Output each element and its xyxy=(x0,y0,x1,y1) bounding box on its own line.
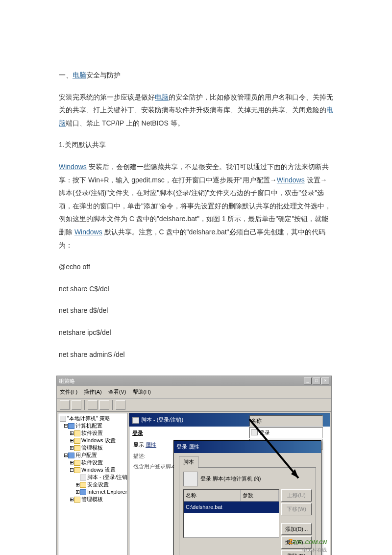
p1-link-1[interactable]: 电脑 xyxy=(155,93,169,101)
list-item-login[interactable]: 登录 xyxy=(249,427,323,438)
paragraph-1: 安装完系统的第一步应该是做好电脑的安全防护，比如修改管理员的用户名和口令、关掉无… xyxy=(59,91,333,130)
window-titlebar: 组策略 _ □ × xyxy=(57,376,331,386)
folder-icon xyxy=(74,460,80,466)
p2-link-1[interactable]: Windows xyxy=(59,163,87,171)
folder-icon xyxy=(74,430,80,436)
down-button[interactable]: 下移(W) xyxy=(281,503,312,515)
list-header: 名称 xyxy=(249,415,323,427)
code-line-2: net share C$/del xyxy=(59,282,333,296)
window-buttons: _ □ × xyxy=(304,378,329,384)
p1-text-c: 端口、禁止 TCP/IP 上的 NetBIOS 等。 xyxy=(66,119,184,127)
tree-item[interactable]: ⊟Windows 设置 xyxy=(60,466,126,474)
tree-label: 用户配置 xyxy=(75,452,97,458)
menu-bar: 文件(F) 操作(A) 查看(V) 帮助(H) xyxy=(57,386,331,399)
script-icon xyxy=(80,475,86,480)
tab-login[interactable]: 登录 xyxy=(132,430,143,436)
tree-item[interactable]: ⊞软件设置 xyxy=(60,429,126,437)
toolbar-forward-button[interactable] xyxy=(72,400,81,410)
gpedit-screenshot: 组策略 _ □ × 文件(F) 操作(A) 查看(V) 帮助(H) "本地计算机 xyxy=(56,376,332,555)
content-pane: 脚本 - (登录/注销) 登录 显示 属性 描述: 包含用户登录脚本。 名称 登… xyxy=(129,413,330,555)
p2-link-3[interactable]: Windows xyxy=(74,228,102,236)
tree-label: 安全设置 xyxy=(87,481,109,487)
list-label: 登录 xyxy=(259,428,270,438)
tree-label: 管理模板 xyxy=(81,445,103,451)
window-title: 组策略 xyxy=(59,376,75,386)
toolbar-help-button[interactable] xyxy=(116,400,125,410)
list-col-name: 名称 xyxy=(251,416,262,426)
p2-text-b: 设置→脚本(登录/注销)"文件夹，在对应"脚本(登录/注销)"文件夹右边的子窗口… xyxy=(59,176,331,236)
computer-icon xyxy=(68,423,74,429)
heading-link[interactable]: 电脑 xyxy=(73,71,86,79)
toolbar-separator xyxy=(112,400,113,410)
code-line-4: netshare ipc$/del xyxy=(59,326,333,339)
policy-icon xyxy=(60,416,66,422)
tree-item[interactable]: ⊟用户配置 xyxy=(60,452,126,459)
tree-item[interactable]: ⊞软件设置 xyxy=(60,459,126,466)
dialog-tab-script[interactable]: 脚本 xyxy=(179,456,198,468)
tree-label: Windows 设置 xyxy=(81,437,116,443)
tree-root[interactable]: "本地计算机" 策略 xyxy=(60,415,126,422)
tree-item[interactable]: ⊞管理模板 xyxy=(60,444,126,452)
folder-icon xyxy=(74,438,80,444)
col-name: 名称 xyxy=(184,490,241,501)
tree-item[interactable]: ⊟计算机配置 xyxy=(60,422,126,429)
menu-view[interactable]: 查看(V) xyxy=(108,389,126,395)
window-body: "本地计算机" 策略 ⊟计算机配置 ⊞软件设置 ⊞Windows 设置 ⊞管理模… xyxy=(57,412,331,555)
tree-label: "本地计算机" 策略 xyxy=(67,415,110,421)
watermark-brand: ZOL.COM.CN xyxy=(293,539,327,545)
scripts-table[interactable]: 名称 参数 C:\delshare.bat xyxy=(183,489,279,538)
p1-text-a: 安装完系统的第一步应该是做好 xyxy=(59,93,155,101)
paragraph-2: Windows 安装后，会创建一些隐藏共享，不是很安全。我们可以通过下面的方法来… xyxy=(59,160,333,252)
folder-icon xyxy=(74,445,80,451)
close-button[interactable]: × xyxy=(321,378,329,384)
toolbar-back-button[interactable] xyxy=(60,400,70,410)
dialog-title: 登录 属性 xyxy=(174,441,321,453)
nav-tree[interactable]: "本地计算机" 策略 ⊟计算机配置 ⊞软件设置 ⊞Windows 设置 ⊞管理模… xyxy=(58,413,128,555)
toolbar-refresh-button[interactable] xyxy=(88,400,98,410)
heading-prefix: 一、 xyxy=(59,71,73,79)
document-page: 一、电脑安全与防护 安装完系统的第一步应该是做好电脑的安全防护，比如修改管理员的… xyxy=(0,0,392,555)
dialog-script-icon xyxy=(183,472,198,486)
script-icon xyxy=(251,429,258,435)
tree-item[interactable]: ⊞Internet Explorer 维 xyxy=(60,488,126,496)
dialog-label: 登录 脚本(本地计算机 的) xyxy=(200,474,261,484)
tree-label: 脚本 - (登录/注销) xyxy=(87,474,128,480)
script-header-icon xyxy=(132,417,139,424)
tree-item-selected[interactable]: 脚本 - (登录/注销) xyxy=(60,474,126,481)
tree-item[interactable]: ⊞Windows 设置 xyxy=(60,437,126,444)
table-header: 名称 参数 xyxy=(184,490,279,502)
dialog-label-row: 登录 脚本(本地计算机 的) xyxy=(183,472,312,486)
minimize-button[interactable]: _ xyxy=(304,378,312,384)
toolbar-properties-button[interactable] xyxy=(99,400,109,410)
tree-item[interactable]: ⊞安全设置 xyxy=(60,481,126,488)
menu-help[interactable]: 帮助(H) xyxy=(133,389,151,395)
code-line-3: net share d$/del xyxy=(59,304,333,317)
content-header-text: 脚本 - (登录/注销) xyxy=(141,417,183,423)
col-param: 参数 xyxy=(241,490,279,501)
ie-icon xyxy=(80,489,86,495)
code-line-5: net share admin$ /del xyxy=(59,348,333,361)
folder-icon xyxy=(74,497,80,503)
menu-file[interactable]: 文件(F) xyxy=(60,389,77,395)
toolbar-separator xyxy=(84,400,85,410)
user-icon xyxy=(68,453,74,458)
tree-item[interactable]: ⊞管理模板 xyxy=(60,496,126,503)
properties-link[interactable]: 属性 xyxy=(146,442,156,448)
add-button[interactable]: 添加(D)... xyxy=(281,523,312,535)
tree-label: Windows 设置 xyxy=(81,467,116,473)
subheading-1: 1.关闭默认共享 xyxy=(59,138,333,151)
tree-label: 软件设置 xyxy=(81,459,103,465)
tree-label: 软件设置 xyxy=(81,430,103,436)
menu-action[interactable]: 操作(A) xyxy=(84,389,102,395)
maximize-button[interactable]: □ xyxy=(313,378,320,384)
folder-icon xyxy=(74,467,80,473)
heading-suffix: 安全与防护 xyxy=(86,71,121,79)
tree-label: Internet Explorer 维 xyxy=(87,489,128,495)
show-label: 显示 xyxy=(133,442,144,448)
p2-link-2[interactable]: Windows xyxy=(277,176,305,184)
folder-icon xyxy=(80,482,86,488)
up-button[interactable]: 上移(U) xyxy=(281,489,312,502)
table-row-selected[interactable]: C:\delshare.bat xyxy=(184,502,279,513)
toolbar xyxy=(57,399,331,412)
code-line-1: @echo off xyxy=(59,260,333,274)
